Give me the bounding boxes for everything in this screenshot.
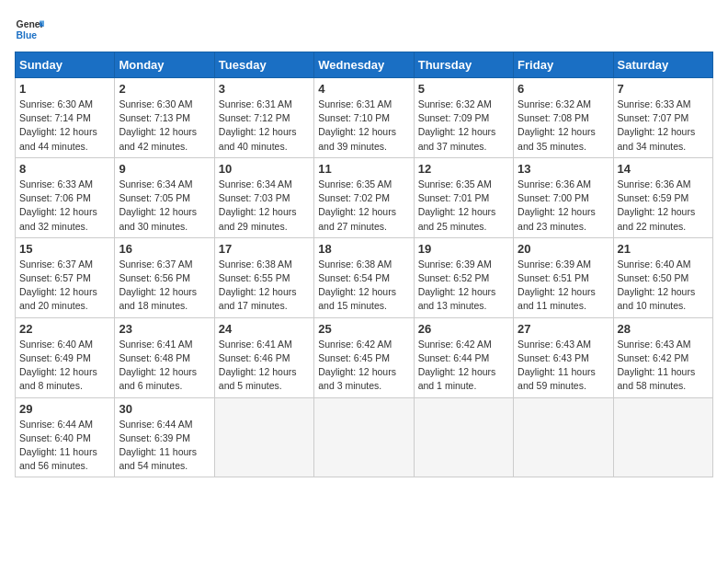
day-cell-30: 30Sunrise: 6:44 AMSunset: 6:39 PMDayligh…	[115, 397, 214, 477]
day-info: Sunrise: 6:43 AMSunset: 6:42 PMDaylight:…	[618, 338, 709, 394]
day-info: Sunrise: 6:39 AMSunset: 6:51 PMDaylight:…	[518, 258, 609, 314]
day-info: Sunrise: 6:37 AMSunset: 6:57 PMDaylight:…	[19, 258, 110, 314]
calendar-body: 1Sunrise: 6:30 AMSunset: 7:14 PMDaylight…	[16, 78, 713, 477]
day-number: 1	[19, 82, 110, 96]
day-cell-10: 10Sunrise: 6:34 AMSunset: 7:03 PMDayligh…	[214, 157, 313, 237]
week-row-3: 15Sunrise: 6:37 AMSunset: 6:57 PMDayligh…	[16, 237, 713, 317]
day-info: Sunrise: 6:40 AMSunset: 6:50 PMDaylight:…	[618, 258, 709, 314]
day-cell-4: 4Sunrise: 6:31 AMSunset: 7:10 PMDaylight…	[314, 78, 414, 158]
empty-cell	[214, 397, 313, 477]
day-cell-24: 24Sunrise: 6:41 AMSunset: 6:46 PMDayligh…	[214, 317, 313, 397]
day-cell-21: 21Sunrise: 6:40 AMSunset: 6:50 PMDayligh…	[613, 237, 712, 317]
day-info: Sunrise: 6:43 AMSunset: 6:43 PMDaylight:…	[518, 338, 609, 394]
week-row-5: 29Sunrise: 6:44 AMSunset: 6:40 PMDayligh…	[16, 397, 713, 477]
day-cell-23: 23Sunrise: 6:41 AMSunset: 6:48 PMDayligh…	[115, 317, 214, 397]
day-cell-5: 5Sunrise: 6:32 AMSunset: 7:09 PMDaylight…	[414, 78, 513, 158]
day-number: 20	[518, 242, 609, 256]
day-number: 21	[618, 242, 709, 256]
day-info: Sunrise: 6:42 AMSunset: 6:45 PMDaylight:…	[318, 338, 409, 394]
svg-text:Blue: Blue	[17, 30, 38, 40]
weekday-header-monday: Monday	[115, 52, 214, 78]
day-number: 29	[19, 402, 110, 416]
calendar-table: SundayMondayTuesdayWednesdayThursdayFrid…	[15, 52, 713, 477]
day-cell-18: 18Sunrise: 6:38 AMSunset: 6:54 PMDayligh…	[314, 237, 414, 317]
day-info: Sunrise: 6:30 AMSunset: 7:14 PMDaylight:…	[19, 98, 110, 154]
day-cell-20: 20Sunrise: 6:39 AMSunset: 6:51 PMDayligh…	[514, 237, 613, 317]
day-number: 30	[119, 402, 210, 416]
week-row-1: 1Sunrise: 6:30 AMSunset: 7:14 PMDaylight…	[16, 78, 713, 158]
day-number: 25	[318, 322, 409, 336]
day-number: 22	[19, 322, 110, 336]
day-number: 3	[219, 82, 310, 96]
day-cell-19: 19Sunrise: 6:39 AMSunset: 6:52 PMDayligh…	[414, 237, 513, 317]
day-number: 19	[418, 242, 509, 256]
day-info: Sunrise: 6:37 AMSunset: 6:56 PMDaylight:…	[119, 258, 210, 314]
empty-cell	[314, 397, 414, 477]
day-number: 23	[119, 322, 210, 336]
day-number: 8	[19, 162, 110, 176]
day-number: 2	[119, 82, 210, 96]
day-cell-29: 29Sunrise: 6:44 AMSunset: 6:40 PMDayligh…	[16, 397, 115, 477]
day-number: 26	[418, 322, 509, 336]
empty-cell	[414, 397, 513, 477]
page-header: General Blue	[15, 15, 713, 44]
day-cell-14: 14Sunrise: 6:36 AMSunset: 6:59 PMDayligh…	[613, 157, 712, 237]
weekday-header-saturday: Saturday	[613, 52, 712, 78]
day-number: 11	[318, 162, 409, 176]
day-info: Sunrise: 6:31 AMSunset: 7:12 PMDaylight:…	[219, 98, 310, 154]
day-number: 24	[219, 322, 310, 336]
day-info: Sunrise: 6:32 AMSunset: 7:08 PMDaylight:…	[518, 98, 609, 154]
day-info: Sunrise: 6:38 AMSunset: 6:55 PMDaylight:…	[219, 258, 310, 314]
day-number: 14	[618, 162, 709, 176]
day-cell-11: 11Sunrise: 6:35 AMSunset: 7:02 PMDayligh…	[314, 157, 414, 237]
logo: General Blue	[15, 15, 44, 44]
day-cell-8: 8Sunrise: 6:33 AMSunset: 7:06 PMDaylight…	[16, 157, 115, 237]
weekday-header-wednesday: Wednesday	[314, 52, 414, 78]
day-number: 5	[418, 82, 509, 96]
day-cell-1: 1Sunrise: 6:30 AMSunset: 7:14 PMDaylight…	[16, 78, 115, 158]
day-cell-9: 9Sunrise: 6:34 AMSunset: 7:05 PMDaylight…	[115, 157, 214, 237]
day-cell-26: 26Sunrise: 6:42 AMSunset: 6:44 PMDayligh…	[414, 317, 513, 397]
day-cell-25: 25Sunrise: 6:42 AMSunset: 6:45 PMDayligh…	[314, 317, 414, 397]
day-info: Sunrise: 6:42 AMSunset: 6:44 PMDaylight:…	[418, 338, 509, 394]
day-info: Sunrise: 6:33 AMSunset: 7:07 PMDaylight:…	[618, 98, 709, 154]
day-number: 12	[418, 162, 509, 176]
day-info: Sunrise: 6:35 AMSunset: 7:01 PMDaylight:…	[418, 178, 509, 234]
day-cell-2: 2Sunrise: 6:30 AMSunset: 7:13 PMDaylight…	[115, 78, 214, 158]
week-row-2: 8Sunrise: 6:33 AMSunset: 7:06 PMDaylight…	[16, 157, 713, 237]
day-cell-15: 15Sunrise: 6:37 AMSunset: 6:57 PMDayligh…	[16, 237, 115, 317]
week-row-4: 22Sunrise: 6:40 AMSunset: 6:49 PMDayligh…	[16, 317, 713, 397]
day-number: 27	[518, 322, 609, 336]
day-info: Sunrise: 6:40 AMSunset: 6:49 PMDaylight:…	[19, 338, 110, 394]
empty-cell	[613, 397, 712, 477]
weekday-header-friday: Friday	[514, 52, 613, 78]
day-info: Sunrise: 6:31 AMSunset: 7:10 PMDaylight:…	[318, 98, 409, 154]
day-cell-16: 16Sunrise: 6:37 AMSunset: 6:56 PMDayligh…	[115, 237, 214, 317]
day-info: Sunrise: 6:33 AMSunset: 7:06 PMDaylight:…	[19, 178, 110, 234]
day-number: 4	[318, 82, 409, 96]
day-info: Sunrise: 6:41 AMSunset: 6:48 PMDaylight:…	[119, 338, 210, 394]
day-number: 13	[518, 162, 609, 176]
day-info: Sunrise: 6:44 AMSunset: 6:40 PMDaylight:…	[19, 418, 110, 474]
weekday-header-tuesday: Tuesday	[214, 52, 313, 78]
calendar-header: SundayMondayTuesdayWednesdayThursdayFrid…	[16, 52, 713, 78]
day-number: 15	[19, 242, 110, 256]
day-cell-13: 13Sunrise: 6:36 AMSunset: 7:00 PMDayligh…	[514, 157, 613, 237]
day-cell-22: 22Sunrise: 6:40 AMSunset: 6:49 PMDayligh…	[16, 317, 115, 397]
day-info: Sunrise: 6:32 AMSunset: 7:09 PMDaylight:…	[418, 98, 509, 154]
empty-cell	[514, 397, 613, 477]
day-number: 10	[219, 162, 310, 176]
day-number: 18	[318, 242, 409, 256]
day-info: Sunrise: 6:34 AMSunset: 7:05 PMDaylight:…	[119, 178, 210, 234]
day-info: Sunrise: 6:34 AMSunset: 7:03 PMDaylight:…	[219, 178, 310, 234]
day-cell-28: 28Sunrise: 6:43 AMSunset: 6:42 PMDayligh…	[613, 317, 712, 397]
day-cell-7: 7Sunrise: 6:33 AMSunset: 7:07 PMDaylight…	[613, 78, 712, 158]
day-info: Sunrise: 6:35 AMSunset: 7:02 PMDaylight:…	[318, 178, 409, 234]
day-info: Sunrise: 6:39 AMSunset: 6:52 PMDaylight:…	[418, 258, 509, 314]
weekday-header-sunday: Sunday	[16, 52, 115, 78]
day-cell-17: 17Sunrise: 6:38 AMSunset: 6:55 PMDayligh…	[214, 237, 313, 317]
day-cell-3: 3Sunrise: 6:31 AMSunset: 7:12 PMDaylight…	[214, 78, 313, 158]
day-number: 16	[119, 242, 210, 256]
day-info: Sunrise: 6:44 AMSunset: 6:39 PMDaylight:…	[119, 418, 210, 474]
day-number: 9	[119, 162, 210, 176]
